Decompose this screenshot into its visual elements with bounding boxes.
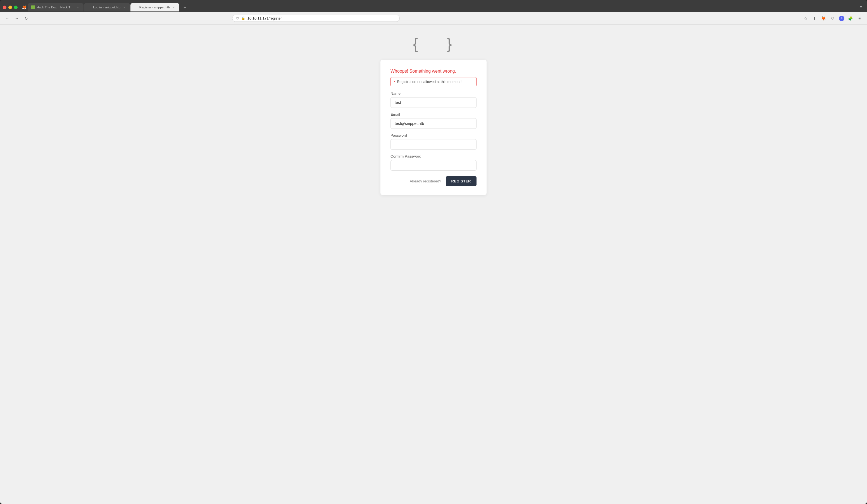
menu-button[interactable]: ≡: [855, 14, 864, 23]
confirm-password-group: Confirm Password: [390, 154, 477, 171]
email-input[interactable]: [390, 118, 477, 129]
minimize-button[interactable]: [8, 6, 12, 9]
reload-button[interactable]: ↻: [22, 14, 30, 22]
close-button[interactable]: [3, 6, 7, 9]
page-content: { } Whoops! Something went wrong. • Regi…: [0, 24, 867, 504]
address-text: 10.10.11.171/register: [247, 16, 396, 20]
browser-window: 🦊 🟩 Hack The Box :: Hack The Box × Log i…: [0, 0, 867, 504]
tab-login[interactable]: Log in - snippet.htb ×: [84, 3, 130, 11]
logo-right-brace: }: [447, 35, 454, 52]
email-group: Email: [390, 112, 477, 129]
confirm-password-input[interactable]: [390, 160, 477, 171]
tab-title-login: Log in - snippet.htb: [93, 6, 120, 9]
firefox-icon: 🦊: [22, 5, 26, 10]
register-button[interactable]: REGISTER: [446, 176, 477, 186]
form-footer: Already registered? REGISTER: [390, 176, 477, 186]
tab-title-register: Register - snippet.htb: [139, 6, 170, 9]
back-button[interactable]: ←: [3, 14, 11, 22]
tab-close-htb[interactable]: ×: [76, 5, 80, 10]
tab-title-htb: Hack The Box :: Hack The Box: [36, 6, 74, 9]
bookmark-button[interactable]: ☆: [802, 14, 810, 23]
already-registered-link[interactable]: Already registered?: [410, 179, 441, 183]
tab-register[interactable]: Register - snippet.htb ×: [130, 3, 179, 11]
forward-button[interactable]: →: [13, 14, 21, 22]
password-group: Password: [390, 133, 477, 150]
extension-button[interactable]: 🧩: [846, 14, 855, 23]
error-bullet: •: [394, 80, 395, 84]
tabs-container: 🟩 Hack The Box :: Hack The Box × Log in …: [28, 3, 858, 11]
confirm-password-label: Confirm Password: [390, 154, 477, 158]
form-card: Whoops! Something went wrong. • Registra…: [381, 60, 486, 195]
nav-right-icons: ☆ ⬇ 🦊 🛡 9 🧩 ≡: [802, 14, 864, 23]
error-message: Registration not allowed at this moment!: [397, 79, 461, 84]
profile-badge: 9: [839, 15, 844, 21]
name-label: Name: [390, 92, 477, 96]
name-group: Name: [390, 92, 477, 108]
security-icon: 🛡: [236, 17, 239, 20]
logo-left-brace: {: [413, 35, 420, 52]
tab-favicon-htb: 🟩: [31, 5, 35, 9]
name-input[interactable]: [390, 97, 477, 108]
email-label: Email: [390, 112, 477, 117]
logo-area: { }: [413, 36, 454, 51]
address-bar[interactable]: 🛡 🔒 10.10.11.171/register: [232, 15, 400, 22]
tab-close-login[interactable]: ×: [122, 5, 127, 10]
lock-icon: 🔒: [241, 17, 245, 20]
tab-bar-right: ▾: [858, 3, 864, 11]
tab-close-register[interactable]: ×: [171, 5, 176, 10]
tab-dropdown[interactable]: ▾: [858, 3, 864, 10]
nav-bar: ← → ↻ 🛡 🔒 10.10.11.171/register ☆ ⬇ 🦊 🛡 …: [0, 12, 867, 24]
tab-bar: 🦊 🟩 Hack The Box :: Hack The Box × Log i…: [0, 0, 867, 12]
error-title: Whoops! Something went wrong.: [390, 69, 477, 74]
pocket-button[interactable]: ⬇: [811, 14, 819, 23]
window-controls: [3, 6, 18, 9]
sync-button[interactable]: 9: [837, 14, 846, 23]
shield-button[interactable]: 🛡: [828, 14, 837, 23]
password-input[interactable]: [390, 139, 477, 150]
maximize-button[interactable]: [14, 6, 18, 9]
logo-braces: { }: [413, 36, 454, 51]
error-box: • Registration not allowed at this momen…: [390, 77, 477, 86]
password-label: Password: [390, 133, 477, 138]
tab-favicon-login: [87, 5, 91, 9]
firefox-account-button[interactable]: 🦊: [820, 14, 828, 23]
new-tab-button[interactable]: +: [181, 4, 189, 11]
tab-htb[interactable]: 🟩 Hack The Box :: Hack The Box ×: [28, 3, 84, 11]
tab-favicon-register: [134, 5, 138, 9]
